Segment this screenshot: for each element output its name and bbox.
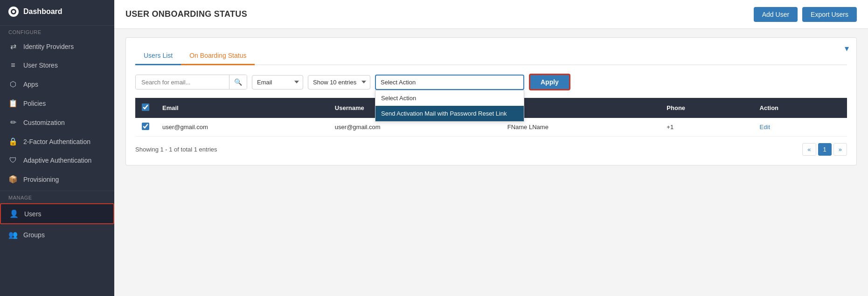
action-select[interactable]: Select Action bbox=[375, 75, 524, 90]
row-phone: +1 bbox=[660, 118, 753, 137]
apply-button[interactable]: Apply bbox=[529, 74, 570, 90]
select-all-checkbox[interactable] bbox=[142, 103, 149, 111]
sidebar-item-label: 2-Factor Authentication bbox=[23, 138, 90, 145]
sidebar-item-label: Users bbox=[24, 210, 42, 218]
sidebar-item-adaptive-auth[interactable]: 🛡 Adaptive Authentication bbox=[0, 151, 114, 170]
show-entries-select[interactable]: Show 10 entries bbox=[308, 75, 370, 89]
action-dropdown-item-send-activation[interactable]: Send Activation Mail with Password Reset… bbox=[375, 106, 524, 121]
sidebar-item-label: User Stores bbox=[23, 62, 58, 69]
action-dropdown-item-select[interactable]: Select Action bbox=[375, 90, 524, 106]
chevron-down-icon[interactable]: ▾ bbox=[845, 43, 849, 54]
search-input[interactable] bbox=[136, 76, 229, 89]
topbar: USER ONBOARDING STATUS Add User Export U… bbox=[114, 0, 868, 29]
sidebar-item-label: Groups bbox=[23, 231, 45, 239]
sidebar-item-label: Customization bbox=[23, 119, 65, 126]
export-users-button[interactable]: Export Users bbox=[802, 7, 857, 22]
action-dropdown: Select Action Send Activation Mail with … bbox=[375, 90, 524, 122]
sidebar: Dashboard Configure ⇄ Identity Providers… bbox=[0, 0, 114, 296]
sidebar-item-2fa[interactable]: 🔒 2-Factor Authentication bbox=[0, 132, 114, 151]
pagination-prev[interactable]: « bbox=[802, 143, 816, 156]
sidebar-item-groups[interactable]: 👥 Groups bbox=[0, 225, 114, 244]
pagination-summary: Showing 1 - 1 of total 1 entries bbox=[135, 146, 217, 153]
adaptive-auth-icon: 🛡 bbox=[8, 156, 18, 165]
dashboard-label: Dashboard bbox=[23, 7, 62, 16]
topbar-actions: Add User Export Users bbox=[754, 7, 857, 22]
pagination-next[interactable]: » bbox=[833, 143, 847, 156]
apps-icon: ⬡ bbox=[8, 80, 18, 89]
sidebar-item-label: Identity Providers bbox=[23, 43, 74, 50]
sidebar-item-label: Policies bbox=[23, 100, 46, 107]
identity-providers-icon: ⇄ bbox=[8, 42, 18, 51]
sidebar-item-provisioning[interactable]: 📦 Provisioning bbox=[0, 170, 114, 189]
sidebar-item-identity-providers[interactable]: ⇄ Identity Providers bbox=[0, 37, 114, 56]
row-name: FName LName bbox=[501, 118, 660, 137]
sidebar-item-label: Provisioning bbox=[23, 176, 59, 183]
header-checkbox-col bbox=[135, 98, 156, 118]
sidebar-item-user-stores[interactable]: ≡ User Stores bbox=[0, 56, 114, 75]
tab-onboarding-status[interactable]: On Boarding Status bbox=[181, 47, 255, 65]
main-card: ▾ Users List On Boarding Status 🔍 Email … bbox=[125, 37, 857, 165]
manage-section-label: Manage bbox=[0, 191, 114, 202]
2fa-icon: 🔒 bbox=[8, 137, 18, 146]
sidebar-item-apps[interactable]: ⬡ Apps bbox=[0, 75, 114, 94]
sidebar-item-users[interactable]: 👤 Users bbox=[0, 203, 114, 224]
header-email: Email bbox=[156, 98, 328, 118]
pagination-current[interactable]: 1 bbox=[818, 143, 832, 156]
customization-icon: ✏ bbox=[8, 118, 18, 127]
add-user-button[interactable]: Add User bbox=[754, 7, 798, 22]
policies-icon: 📋 bbox=[8, 99, 18, 108]
users-icon: 👤 bbox=[9, 209, 19, 218]
tabs-container: Users List On Boarding Status bbox=[135, 47, 847, 65]
sidebar-header[interactable]: Dashboard bbox=[0, 0, 114, 23]
user-stores-icon: ≡ bbox=[8, 61, 18, 69]
search-wrap: 🔍 bbox=[135, 75, 247, 89]
row-checkbox-cell bbox=[135, 118, 156, 137]
page-title: USER ONBOARDING STATUS bbox=[125, 9, 247, 19]
header-phone: Phone bbox=[660, 98, 753, 118]
edit-link[interactable]: Edit bbox=[760, 124, 770, 131]
pagination-row: Showing 1 - 1 of total 1 entries « 1 » bbox=[135, 143, 847, 156]
search-button[interactable]: 🔍 bbox=[229, 75, 247, 89]
action-select-wrap: Select Action Select Action Send Activat… bbox=[375, 75, 524, 90]
sidebar-item-customization[interactable]: ✏ Customization bbox=[0, 113, 114, 132]
pagination-controls: « 1 » bbox=[802, 143, 847, 156]
configure-section-label: Configure bbox=[0, 25, 114, 37]
sidebar-item-policies[interactable]: 📋 Policies bbox=[0, 94, 114, 113]
header-name: Name bbox=[501, 98, 660, 118]
row-email: user@gmail.com bbox=[156, 118, 328, 137]
svg-point-1 bbox=[12, 10, 15, 13]
sidebar-item-label: Adaptive Authentication bbox=[23, 157, 91, 164]
filters-row: 🔍 Email Show 10 entries Select Action Se… bbox=[135, 74, 847, 90]
main-content: USER ONBOARDING STATUS Add User Export U… bbox=[114, 0, 868, 296]
header-action: Action bbox=[753, 98, 847, 118]
row-checkbox[interactable] bbox=[142, 123, 149, 130]
sidebar-item-label: Apps bbox=[23, 81, 38, 88]
groups-icon: 👥 bbox=[8, 230, 18, 239]
provisioning-icon: 📦 bbox=[8, 175, 18, 184]
email-filter-select[interactable]: Email bbox=[252, 75, 303, 89]
tab-users-list[interactable]: Users List bbox=[135, 47, 181, 65]
dashboard-icon bbox=[8, 7, 19, 17]
row-action: Edit bbox=[753, 118, 847, 137]
content-area: ▾ Users List On Boarding Status 🔍 Email … bbox=[114, 29, 868, 296]
